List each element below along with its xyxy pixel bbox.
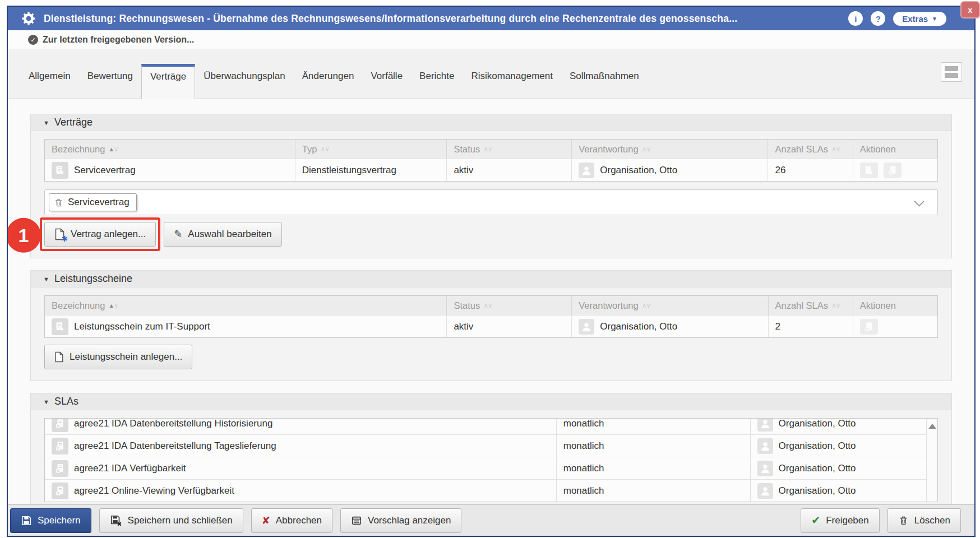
contract-sla-count: 26 [768, 159, 852, 181]
sla-row[interactable]: agree21 IDA Datenbereitstellung Historis… [45, 419, 926, 434]
contract-icon [52, 318, 68, 335]
sla-icon [52, 438, 68, 454]
person-icon [757, 483, 773, 499]
edit-pencil-icon: ✎ [174, 228, 182, 240]
sla-interval: monatlich [556, 435, 750, 457]
sla-interval: monatlich [556, 480, 750, 502]
contract-owner: Organisation, Otto [600, 165, 677, 176]
gear-icon [21, 11, 36, 26]
service-dialog: Dienstleistung: Rechnungswesen - Übernah… [7, 6, 976, 537]
sort-icons: ∧∨ [483, 302, 492, 309]
create-ticket-button[interactable]: Leistungsschein anlegen... [44, 345, 192, 369]
show-proposal-button[interactable]: Vorschlag anzeigen [340, 508, 461, 533]
ticket-row[interactable]: Leistungsschein zum IT-Support aktiv Org… [45, 315, 937, 337]
cancel-button[interactable]: ✘ Abbrechen [251, 508, 332, 533]
col-anzahl-slas[interactable]: Anzahl SLAs∧∨ [768, 140, 852, 159]
annotation-step-badge: 1 [8, 218, 41, 253]
tickets-table: Bezeichnung▲∨ Status∧∨ Verantwortung∧∨ A… [44, 295, 938, 338]
help-button[interactable]: ? [871, 11, 885, 26]
sort-icons: ∧∨ [831, 145, 840, 153]
close-x-icon: x [968, 6, 973, 15]
delete-button[interactable]: Löschen [887, 508, 961, 533]
sort-icons: ∧∨ [642, 302, 651, 309]
release-button[interactable]: ✔ Freigeben [801, 508, 879, 533]
sort-icons: ∧∨ [320, 145, 329, 153]
contract-name: Servicevertrag [74, 165, 136, 176]
last-approved-version-link[interactable]: Zur letzten freigegebenen Version... [43, 35, 194, 45]
col-verantwortung[interactable]: Verantwortung∧∨ [571, 296, 768, 315]
document-icon [54, 351, 64, 363]
tab-vorfaelle[interactable]: Vorfälle [362, 64, 411, 89]
collapse-triangle-icon: ▼ [43, 398, 49, 405]
tab-vertraege[interactable]: Verträge [141, 64, 195, 99]
section-header-vertraege[interactable]: ▼ Verträge [31, 114, 951, 131]
help-icon: ? [876, 14, 881, 24]
scroll-up-icon[interactable] [928, 424, 936, 429]
scrollbar-track[interactable] [926, 419, 937, 502]
sla-report-action-icon[interactable] [860, 319, 878, 335]
layout-toggle-button[interactable] [941, 62, 962, 82]
tab-berichte[interactable]: Berichte [411, 64, 463, 89]
layout-bars-icon [945, 66, 958, 71]
cancel-x-icon: ✘ [262, 514, 270, 527]
trash-icon [898, 515, 909, 526]
sort-icons: ∧∨ [642, 145, 651, 153]
contracts-table: Bezeichnung▲∨ Typ∧∨ Status∧∨ Verantwortu… [44, 139, 938, 182]
sla-name: agree21 IDA Datenbereitstellung Historis… [74, 419, 272, 429]
col-bezeichnung[interactable]: Bezeichnung▲∨ [45, 140, 295, 159]
save-icon [21, 515, 32, 526]
tab-strip: Allgemein Bewertung Verträge Überwachung… [8, 49, 974, 99]
tab-allgemein[interactable]: Allgemein [20, 64, 79, 89]
sla-owner: Organisation, Otto [779, 485, 856, 497]
contract-action-icon[interactable] [860, 163, 878, 178]
section-leistungsscheine: ▼ Leistungsscheine Bezeichnung▲∨ Status∧… [30, 270, 952, 381]
col-verantwortung[interactable]: Verantwortung∧∨ [571, 140, 768, 159]
person-icon [579, 319, 594, 335]
section-header-leistungsscheine[interactable]: ▼ Leistungsscheine [31, 271, 951, 287]
tab-ueberwachungsplan[interactable]: Überwachungsplan [195, 64, 294, 89]
collapse-triangle-icon: ▼ [43, 276, 49, 282]
selected-contract-chip[interactable]: Servicevertrag [49, 193, 137, 211]
sort-icons: ▲∨ [108, 302, 118, 309]
col-status[interactable]: Status∧∨ [446, 140, 571, 159]
sla-name: agree21 IDA Verfügbarkeit [74, 463, 186, 474]
section-header-slas[interactable]: ▼ SLAs [31, 393, 951, 410]
sla-owner: Organisation, Otto [779, 440, 856, 452]
col-bezeichnung[interactable]: Bezeichnung▲∨ [45, 296, 446, 315]
contract-selection-field: Servicevertrag [44, 189, 938, 215]
sla-row[interactable]: agree21 IDA Verfügbarkeit monatlich Orga… [45, 457, 926, 479]
titlebar-actions: i ? Extras ▼ [848, 11, 946, 26]
tab-risikomanagement[interactable]: Risikomanagement [463, 64, 561, 89]
chevron-down-icon[interactable] [914, 196, 924, 206]
sla-icon [52, 460, 68, 477]
sla-icon [52, 419, 68, 432]
person-icon [579, 163, 594, 178]
info-button[interactable]: i [848, 11, 863, 26]
col-typ[interactable]: Typ∧∨ [295, 140, 447, 159]
sla-row[interactable]: agree21 Online-Viewing Verfügbarkeit mon… [45, 479, 926, 502]
tab-sollmassnahmen[interactable]: Sollmaßnahmen [561, 64, 648, 89]
create-contract-button[interactable]: ✱ Vertrag anlegen... [44, 222, 156, 247]
edit-selection-button[interactable]: ✎ Auswahl bearbeiten [164, 222, 281, 247]
extras-button[interactable]: Extras ▼ [893, 12, 946, 26]
collapse-triangle-icon: ▼ [43, 119, 49, 126]
sla-row[interactable]: agree21 IDA Datenbereitstellung Tageslie… [45, 434, 926, 457]
tab-bewertung[interactable]: Bewertung [79, 64, 141, 89]
contracts-table-header: Bezeichnung▲∨ Typ∧∨ Status∧∨ Verantwortu… [45, 140, 937, 159]
sort-icons: ∧∨ [483, 145, 492, 153]
sort-icons: ▲∨ [108, 145, 118, 153]
ticket-owner: Organisation, Otto [600, 321, 677, 332]
new-document-icon: ✱ [54, 228, 65, 240]
tab-aenderungen[interactable]: Änderungen [294, 64, 363, 89]
caret-down-icon: ▼ [932, 16, 937, 22]
sla-report-action-icon[interactable] [884, 163, 902, 178]
col-status[interactable]: Status∧∨ [446, 296, 571, 315]
save-button[interactable]: Speichern [10, 508, 91, 533]
sla-owner: Organisation, Otto [779, 419, 856, 429]
close-button[interactable]: x [960, 1, 980, 18]
save-and-close-button[interactable]: Speichern und schließen [99, 508, 243, 533]
tickets-table-header: Bezeichnung▲∨ Status∧∨ Verantwortung∧∨ A… [45, 296, 937, 315]
contract-row[interactable]: Servicevertrag Dienstleistungsvertrag ak… [45, 159, 937, 181]
col-anzahl-slas[interactable]: Anzahl SLAs∧∨ [768, 296, 853, 315]
section-vertraege: ▼ Verträge Bezeichnung▲∨ Typ∧∨ Status∧∨ … [30, 114, 952, 258]
